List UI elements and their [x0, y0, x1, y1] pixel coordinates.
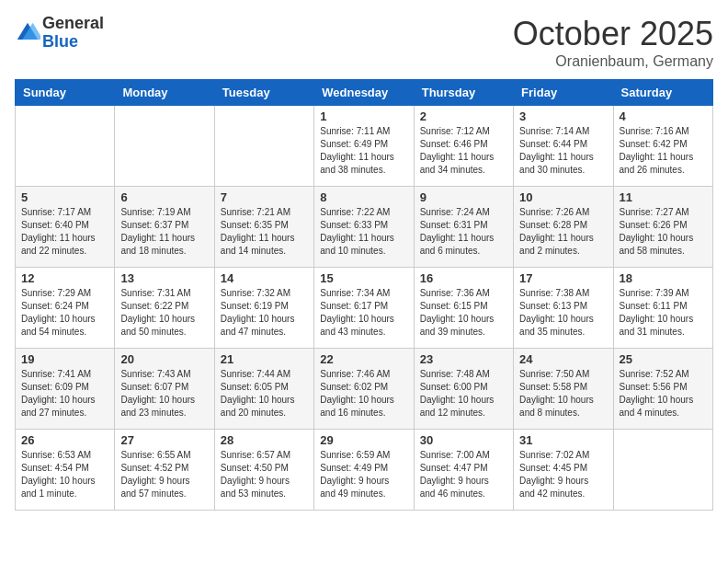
day-number: 14: [221, 271, 308, 285]
day-number: 9: [420, 190, 507, 204]
day-number: 22: [320, 352, 407, 366]
day-number: 4: [620, 109, 707, 123]
day-info: Sunrise: 7:31 AM Sunset: 6:22 PM Dayligh…: [120, 287, 208, 339]
calendar-cell: 15Sunrise: 7:34 AM Sunset: 6:17 PM Dayli…: [314, 268, 414, 349]
calendar-cell: 14Sunrise: 7:32 AM Sunset: 6:19 PM Dayli…: [214, 268, 313, 349]
calendar-cell: 16Sunrise: 7:36 AM Sunset: 6:15 PM Dayli…: [414, 268, 513, 349]
day-number: 8: [320, 190, 407, 204]
calendar-cell: 2Sunrise: 7:12 AM Sunset: 6:46 PM Daylig…: [414, 106, 513, 187]
day-info: Sunrise: 7:26 AM Sunset: 6:28 PM Dayligh…: [519, 206, 607, 258]
logo-icon: [15, 20, 40, 46]
day-number: 13: [120, 271, 208, 285]
day-info: Sunrise: 7:00 AM Sunset: 4:47 PM Dayligh…: [420, 449, 507, 500]
title-block: October 2025 Oranienbaum, Germany: [513, 15, 713, 70]
day-info: Sunrise: 7:41 AM Sunset: 6:09 PM Dayligh…: [21, 368, 108, 419]
day-of-week-header: Saturday: [613, 80, 712, 106]
day-number: 18: [620, 271, 707, 285]
day-info: Sunrise: 6:53 AM Sunset: 4:54 PM Dayligh…: [21, 449, 108, 500]
calendar-cell: 8Sunrise: 7:22 AM Sunset: 6:33 PM Daylig…: [314, 187, 414, 268]
day-number: 21: [221, 352, 308, 366]
day-number: 29: [320, 433, 407, 447]
day-number: 24: [519, 352, 607, 366]
day-info: Sunrise: 7:29 AM Sunset: 6:24 PM Dayligh…: [21, 287, 108, 339]
calendar-cell: 31Sunrise: 7:02 AM Sunset: 4:45 PM Dayli…: [514, 430, 613, 511]
calendar-cell: 17Sunrise: 7:38 AM Sunset: 6:13 PM Dayli…: [514, 268, 613, 349]
calendar-cell: [16, 106, 115, 187]
day-number: 20: [120, 352, 208, 366]
calendar-week-row: 1Sunrise: 7:11 AM Sunset: 6:49 PM Daylig…: [16, 106, 713, 187]
day-number: 19: [21, 352, 108, 366]
day-number: 2: [420, 109, 507, 123]
calendar-week-row: 19Sunrise: 7:41 AM Sunset: 6:09 PM Dayli…: [16, 349, 713, 430]
day-number: 3: [519, 109, 607, 123]
day-of-week-header: Sunday: [16, 80, 115, 106]
calendar-cell: 26Sunrise: 6:53 AM Sunset: 4:54 PM Dayli…: [16, 430, 115, 511]
calendar-cell: 11Sunrise: 7:27 AM Sunset: 6:26 PM Dayli…: [613, 187, 712, 268]
calendar-cell: 21Sunrise: 7:44 AM Sunset: 6:05 PM Dayli…: [214, 349, 313, 430]
calendar-cell: 29Sunrise: 6:59 AM Sunset: 4:49 PM Dayli…: [314, 430, 414, 511]
day-number: 1: [320, 109, 407, 123]
calendar-cell: [115, 106, 214, 187]
day-number: 25: [620, 352, 707, 366]
day-info: Sunrise: 7:34 AM Sunset: 6:17 PM Dayligh…: [320, 287, 407, 339]
day-of-week-header: Friday: [514, 80, 613, 106]
calendar-cell: [214, 106, 313, 187]
day-number: 6: [120, 190, 208, 204]
calendar-cell: 7Sunrise: 7:21 AM Sunset: 6:35 PM Daylig…: [214, 187, 313, 268]
day-number: 28: [221, 433, 308, 447]
calendar-cell: 23Sunrise: 7:48 AM Sunset: 6:00 PM Dayli…: [414, 349, 513, 430]
day-info: Sunrise: 7:17 AM Sunset: 6:40 PM Dayligh…: [21, 206, 108, 258]
day-info: Sunrise: 7:02 AM Sunset: 4:45 PM Dayligh…: [519, 449, 607, 500]
day-of-week-header: Tuesday: [214, 80, 313, 106]
calendar-cell: 18Sunrise: 7:39 AM Sunset: 6:11 PM Dayli…: [613, 268, 712, 349]
day-info: Sunrise: 7:19 AM Sunset: 6:37 PM Dayligh…: [120, 206, 208, 258]
day-info: Sunrise: 7:52 AM Sunset: 5:56 PM Dayligh…: [620, 368, 707, 419]
day-info: Sunrise: 7:12 AM Sunset: 6:46 PM Dayligh…: [420, 125, 507, 177]
day-info: Sunrise: 7:44 AM Sunset: 6:05 PM Dayligh…: [221, 368, 308, 419]
calendar-cell: 5Sunrise: 7:17 AM Sunset: 6:40 PM Daylig…: [16, 187, 115, 268]
day-info: Sunrise: 7:24 AM Sunset: 6:31 PM Dayligh…: [420, 206, 507, 258]
day-number: 16: [420, 271, 507, 285]
calendar-week-row: 26Sunrise: 6:53 AM Sunset: 4:54 PM Dayli…: [16, 430, 713, 511]
calendar-cell: 27Sunrise: 6:55 AM Sunset: 4:52 PM Dayli…: [115, 430, 214, 511]
day-info: Sunrise: 7:22 AM Sunset: 6:33 PM Dayligh…: [320, 206, 407, 258]
day-number: 15: [320, 271, 407, 285]
day-of-week-header: Wednesday: [314, 80, 414, 106]
calendar-table: SundayMondayTuesdayWednesdayThursdayFrid…: [15, 79, 713, 511]
day-info: Sunrise: 7:48 AM Sunset: 6:00 PM Dayligh…: [420, 368, 507, 419]
logo-general-text: General: [42, 15, 104, 33]
day-info: Sunrise: 7:32 AM Sunset: 6:19 PM Dayligh…: [221, 287, 308, 339]
day-info: Sunrise: 6:59 AM Sunset: 4:49 PM Dayligh…: [320, 449, 407, 500]
day-info: Sunrise: 7:50 AM Sunset: 5:58 PM Dayligh…: [519, 368, 607, 419]
calendar-cell: 13Sunrise: 7:31 AM Sunset: 6:22 PM Dayli…: [115, 268, 214, 349]
day-of-week-header: Thursday: [414, 80, 513, 106]
calendar-cell: 4Sunrise: 7:16 AM Sunset: 6:42 PM Daylig…: [613, 106, 712, 187]
day-info: Sunrise: 7:11 AM Sunset: 6:49 PM Dayligh…: [320, 125, 407, 177]
day-number: 7: [221, 190, 308, 204]
day-info: Sunrise: 7:36 AM Sunset: 6:15 PM Dayligh…: [420, 287, 507, 339]
day-number: 10: [519, 190, 607, 204]
calendar-cell: 30Sunrise: 7:00 AM Sunset: 4:47 PM Dayli…: [414, 430, 513, 511]
month-title: October 2025: [513, 15, 713, 53]
calendar-cell: 19Sunrise: 7:41 AM Sunset: 6:09 PM Dayli…: [16, 349, 115, 430]
calendar-cell: 25Sunrise: 7:52 AM Sunset: 5:56 PM Dayli…: [613, 349, 712, 430]
day-info: Sunrise: 7:21 AM Sunset: 6:35 PM Dayligh…: [221, 206, 308, 258]
day-info: Sunrise: 7:27 AM Sunset: 6:26 PM Dayligh…: [620, 206, 707, 258]
day-number: 17: [519, 271, 607, 285]
day-info: Sunrise: 7:43 AM Sunset: 6:07 PM Dayligh…: [120, 368, 208, 419]
calendar-cell: 6Sunrise: 7:19 AM Sunset: 6:37 PM Daylig…: [115, 187, 214, 268]
day-number: 31: [519, 433, 607, 447]
day-info: Sunrise: 7:14 AM Sunset: 6:44 PM Dayligh…: [519, 125, 607, 177]
calendar-cell: 22Sunrise: 7:46 AM Sunset: 6:02 PM Dayli…: [314, 349, 414, 430]
day-number: 11: [620, 190, 707, 204]
calendar-cell: 10Sunrise: 7:26 AM Sunset: 6:28 PM Dayli…: [514, 187, 613, 268]
day-number: 5: [21, 190, 108, 204]
day-number: 12: [21, 271, 108, 285]
day-info: Sunrise: 7:16 AM Sunset: 6:42 PM Dayligh…: [620, 125, 707, 177]
calendar-cell: 20Sunrise: 7:43 AM Sunset: 6:07 PM Dayli…: [115, 349, 214, 430]
day-of-week-header: Monday: [115, 80, 214, 106]
day-info: Sunrise: 6:55 AM Sunset: 4:52 PM Dayligh…: [120, 449, 208, 500]
day-info: Sunrise: 7:39 AM Sunset: 6:11 PM Dayligh…: [620, 287, 707, 339]
day-number: 27: [120, 433, 208, 447]
calendar-cell: [613, 430, 712, 511]
